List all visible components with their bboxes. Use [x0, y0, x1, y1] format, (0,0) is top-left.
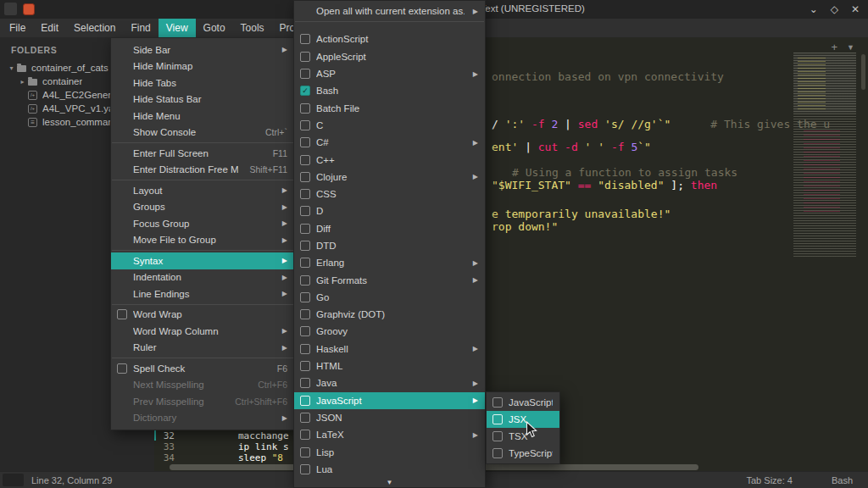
js-submenu-item-tsx[interactable]: TSX	[487, 428, 559, 445]
syntax-menu-item-javascript[interactable]: JavaScript▶	[294, 392, 485, 409]
syntax-menu-item-asp[interactable]: ASP▶	[294, 65, 485, 82]
chevron-right-icon: ▸	[18, 78, 27, 86]
syntax-menu-item-actionscript[interactable]: ActionScript	[294, 30, 485, 47]
view-menu-item-hide-minimap[interactable]: Hide Minimap	[111, 58, 294, 75]
scroll-down-icon[interactable]: ▼	[294, 479, 485, 486]
menubar-item-goto[interactable]: Goto	[196, 19, 233, 37]
menubar-item-file[interactable]: File	[2, 19, 33, 37]
checkbox-icon	[300, 224, 310, 234]
syntax-menu-item-haskell[interactable]: Haskell▶	[294, 341, 485, 358]
menubar-item-tools[interactable]: Tools	[233, 19, 272, 37]
syntax-menu-item-open-all-with-current-extension-as[interactable]: Open all with current extension as...▶	[294, 3, 485, 19]
menu-item-label: ActionScript	[316, 34, 478, 44]
sidebar-item-label: container	[42, 76, 82, 86]
menu-item-label: Show Console	[133, 127, 253, 137]
syntax-menu-item-c[interactable]: C++	[294, 151, 485, 168]
syntax-menu-item-d[interactable]: D	[294, 202, 485, 219]
menu-item-label: CSS	[316, 189, 478, 199]
view-menu-item-focus-group[interactable]: Focus Group▶	[111, 215, 294, 232]
tab-overflow-button[interactable]: ▼	[847, 41, 854, 53]
checkbox-icon	[300, 34, 310, 44]
syntax-menu-item-lua[interactable]: Lua	[294, 461, 485, 478]
view-menu-item-groups[interactable]: Groups▶	[111, 199, 294, 216]
view-menu-item-enter-full-screen[interactable]: Enter Full ScreenF11	[111, 145, 294, 162]
view-menu-item-ruler[interactable]: Ruler▶	[111, 340, 294, 357]
vertical-scrollbar[interactable]	[861, 54, 865, 90]
view-menu-item-show-console[interactable]: Show ConsoleCtrl+`	[111, 125, 294, 141]
syntax-menu-item-html[interactable]: HTML	[294, 358, 485, 374]
syntax-menu-item-git-formats[interactable]: Git Formats▶	[294, 271, 485, 288]
checkbox-icon	[300, 344, 310, 354]
submenu-arrow-icon: ▶	[282, 344, 287, 352]
syntax-menu-item-java[interactable]: Java▶	[294, 374, 485, 391]
view-menu-item-spell-check[interactable]: Spell CheckF6	[111, 360, 294, 377]
view-menu-item-next-misspelling[interactable]: Next MisspellingCtrl+F6	[111, 377, 294, 394]
syntax-menu-item-c[interactable]: C	[294, 117, 485, 134]
syntax-menu-item-graphviz-dot[interactable]: Graphviz (DOT)	[294, 306, 485, 323]
minimap[interactable]	[793, 53, 856, 258]
menubar-item-selection[interactable]: Selection	[66, 19, 123, 37]
checkbox-icon	[117, 363, 127, 374]
checkbox-icon	[300, 430, 310, 440]
close-button[interactable]: ✕	[851, 3, 860, 15]
view-menu-item-side-bar[interactable]: Side Bar▶	[111, 42, 294, 58]
syntax-menu-item-applescript[interactable]: AppleScript	[294, 48, 485, 65]
menu-item-slot	[117, 342, 127, 352]
menu-item-slot	[117, 235, 127, 245]
menu-item-label: Prev Misspelling	[133, 396, 223, 407]
view-menu-item-hide-tabs[interactable]: Hide Tabs	[111, 75, 294, 92]
view-menu-item-word-wrap-column[interactable]: Word Wrap Column▶	[111, 323, 294, 340]
menu-item-slot	[117, 111, 127, 121]
syntax-menu-item-bash[interactable]: ✓Bash	[294, 82, 485, 99]
submenu-arrow-icon: ▶	[473, 173, 478, 180]
submenu-arrow-icon: ▶	[473, 431, 478, 439]
js-submenu-item-typescript[interactable]: TypeScript	[487, 445, 559, 462]
js-submenu-item-jsx[interactable]: JSX	[487, 411, 559, 428]
minimize-button[interactable]: ⌄	[810, 3, 818, 15]
js-submenu-item-javascript[interactable]: JavaScript	[487, 394, 559, 411]
checkbox-icon	[300, 206, 310, 216]
menu-item-label: D	[316, 206, 478, 216]
view-menu-item-enter-distraction-free-mode[interactable]: Enter Distraction Free ModeShift+F11	[111, 162, 294, 179]
view-menu-item-line-endings[interactable]: Line Endings▶	[111, 286, 294, 302]
menu-item-label: Batch File	[316, 103, 478, 114]
status-right: Tab Size: 4 Bash	[747, 475, 868, 485]
menu-item-label: Ruler	[133, 342, 274, 352]
menu-item-label: ASP	[316, 69, 465, 79]
submenu-arrow-icon: ▶	[473, 276, 478, 284]
view-menu-item-layout[interactable]: Layout▶	[111, 182, 294, 199]
syntax-menu-item-groovy[interactable]: Groovy	[294, 323, 485, 340]
syntax-indicator[interactable]: Bash	[832, 475, 853, 485]
view-menu-item-syntax[interactable]: Syntax▶	[111, 252, 294, 269]
menubar-item-edit[interactable]: Edit	[33, 19, 66, 37]
syntax-menu-item-erlang[interactable]: Erlang▶	[294, 254, 485, 271]
submenu-arrow-icon: ▶	[473, 8, 478, 15]
syntax-menu-item-lisp[interactable]: Lisp	[294, 443, 485, 460]
menu-item-slot	[117, 219, 127, 229]
tab-size-indicator[interactable]: Tab Size: 4	[747, 475, 793, 485]
view-menu-item-indentation[interactable]: Indentation▶	[111, 269, 294, 286]
menubar-item-find[interactable]: Find	[123, 19, 158, 37]
menubar-item-view[interactable]: View	[159, 19, 196, 37]
view-menu-item-hide-status-bar[interactable]: Hide Status Bar	[111, 92, 294, 108]
syntax-menu-item-diff[interactable]: Diff	[294, 220, 485, 237]
syntax-menu-item-c[interactable]: C#▶	[294, 134, 485, 151]
view-menu-item-dictionary[interactable]: Dictionary▶	[111, 410, 294, 427]
new-tab-button[interactable]: +	[831, 41, 837, 53]
syntax-menu-item-batch-file[interactable]: Batch File	[294, 99, 485, 116]
syntax-menu-item-clojure[interactable]: Clojure▶	[294, 169, 485, 186]
view-menu-item-move-file-to-group[interactable]: Move File to Group▶	[111, 232, 294, 249]
menu-item-label: LaTeX	[316, 430, 465, 440]
view-menu-item-word-wrap[interactable]: Word Wrap	[111, 307, 294, 324]
syntax-menu-item-css[interactable]: CSS	[294, 186, 485, 202]
syntax-menu-item-latex[interactable]: LaTeX▶	[294, 426, 485, 443]
view-menu-item-hide-menu[interactable]: Hide Menu	[111, 108, 294, 125]
syntax-menu-item-go[interactable]: Go	[294, 289, 485, 306]
checkbox-icon	[300, 172, 310, 182]
syntax-menu-item-dtd[interactable]: DTD	[294, 237, 485, 254]
submenu-arrow-icon: ▶	[473, 380, 478, 387]
maximize-button[interactable]: ◇	[831, 3, 838, 15]
view-menu-item-prev-misspelling[interactable]: Prev MisspellingCtrl+Shift+F6	[111, 393, 294, 410]
syntax-menu-items: ActionScriptAppleScriptASP▶✓BashBatch Fi…	[294, 24, 485, 478]
syntax-menu-item-json[interactable]: JSON	[294, 409, 485, 426]
